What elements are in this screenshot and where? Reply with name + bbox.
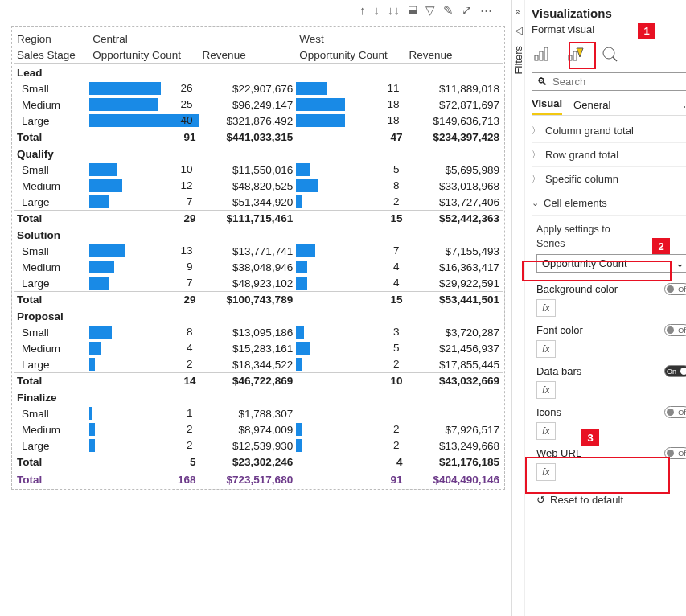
measure-revenue-c[interactable]: Revenue (199, 47, 297, 64)
filters-icon[interactable]: ◁ (515, 24, 523, 36)
drill-down-icon[interactable]: ↓ (374, 3, 380, 18)
data-bar-cell[interactable]: 4 (296, 275, 405, 292)
focus-icon[interactable]: ✎ (443, 3, 454, 18)
cell[interactable]: $23,302,246 (199, 454, 297, 470)
cell[interactable]: 15 (296, 292, 405, 308)
collapse-icon[interactable]: « (513, 10, 524, 15)
cell[interactable]: Small (14, 324, 89, 340)
cell[interactable]: $43,032,669 (405, 373, 503, 389)
data-bar-cell[interactable]: 3 (296, 324, 405, 340)
cell[interactable]: $13,095,186 (199, 324, 297, 340)
data-bar-cell[interactable]: 2 (89, 421, 199, 437)
cell[interactable]: 15 (296, 211, 405, 227)
measure-oppcount-c[interactable]: Opportunity Count (89, 47, 199, 64)
data-bar-cell[interactable]: 9 (89, 259, 199, 275)
cell[interactable]: Total (14, 454, 89, 470)
data-bar-cell[interactable]: 5 (296, 340, 405, 356)
cell[interactable]: 4 (296, 454, 405, 470)
data-bar-cell[interactable]: 18 (296, 97, 405, 113)
data-bar-cell[interactable]: 2 (89, 356, 199, 373)
cell[interactable]: $13,771,741 (199, 243, 297, 259)
cell[interactable]: 47 (296, 129, 405, 146)
cell[interactable]: $5,695,989 (405, 162, 503, 178)
data-bar-cell[interactable]: 7 (89, 194, 199, 211)
cell[interactable]: Large (14, 275, 89, 292)
data-bar-cell[interactable]: 8 (296, 178, 405, 194)
data-bar-cell[interactable]: 4 (89, 340, 199, 356)
cell[interactable]: $53,441,501 (405, 292, 503, 308)
cell[interactable]: Large (14, 356, 89, 373)
toggle-switch[interactable]: On (664, 365, 686, 377)
stage-header[interactable]: Lead (14, 64, 503, 81)
tabs-more-icon[interactable]: ⋯ (683, 101, 686, 113)
cell[interactable]: $111,715,461 (199, 211, 297, 227)
fx-button[interactable]: fx (536, 381, 556, 399)
cell[interactable]: $7,926,517 (405, 421, 503, 437)
fx-button[interactable]: fx (536, 299, 556, 317)
fx-button[interactable]: fx (536, 340, 556, 358)
cell[interactable]: Medium (14, 421, 89, 437)
stage-header[interactable]: Finalize (14, 388, 503, 405)
acc-cell-elements[interactable]: ⌄Cell elements (532, 191, 686, 216)
measure-oppcount-w[interactable]: Opportunity Count (296, 47, 405, 64)
data-bar-cell[interactable]: 2 (89, 437, 199, 454)
cell[interactable]: $46,722,869 (199, 373, 297, 389)
cell[interactable]: $33,018,968 (405, 178, 503, 194)
data-bar-cell[interactable]: 12 (89, 178, 199, 194)
fx-button[interactable]: fx (536, 422, 556, 440)
data-bar-cell[interactable]: 2 (296, 437, 405, 454)
cell[interactable]: $7,155,493 (405, 243, 503, 259)
data-bar-cell[interactable]: 25 (89, 97, 199, 113)
cell[interactable]: $13,727,406 (405, 194, 503, 211)
expand-all-icon[interactable]: ↓↓ (388, 3, 400, 18)
cell[interactable]: $149,636,713 (405, 113, 503, 129)
cell[interactable]: Large (14, 194, 89, 211)
data-bar-cell[interactable]: 26 (89, 80, 199, 97)
data-bar-cell[interactable]: 13 (89, 243, 199, 259)
cell[interactable]: $234,397,428 (405, 129, 503, 146)
measure-revenue-w[interactable]: Revenue (405, 47, 503, 64)
stage-header[interactable]: Proposal (14, 307, 503, 324)
cell[interactable]: 5 (89, 454, 199, 470)
cell[interactable]: Total (14, 373, 89, 389)
data-bar-cell[interactable]: 40 (89, 113, 199, 129)
toggle-switch[interactable]: Off (664, 406, 686, 418)
cell[interactable]: Small (14, 243, 89, 259)
tab-general[interactable]: General (573, 99, 610, 114)
cell[interactable]: Medium (14, 97, 89, 113)
cell[interactable]: $72,871,697 (405, 97, 503, 113)
data-bar-cell[interactable]: 10 (89, 162, 199, 178)
cell[interactable]: $100,743,789 (199, 292, 297, 308)
data-bar-cell[interactable]: 18 (296, 113, 405, 129)
cell[interactable]: Large (14, 437, 89, 454)
acc-specific-column[interactable]: 〉Specific column (532, 167, 686, 191)
cell[interactable]: $1,788,307 (199, 405, 297, 421)
data-bar-cell[interactable]: 2 (296, 356, 405, 373)
cell[interactable]: $441,033,315 (199, 129, 297, 146)
col-header-west[interactable]: West (296, 31, 503, 47)
cell[interactable]: 168 (89, 470, 199, 488)
cell[interactable]: $15,283,161 (199, 340, 297, 356)
cell[interactable]: 91 (89, 129, 199, 146)
hierarchy-icon[interactable]: ⬓ (408, 3, 417, 18)
cell[interactable]: $8,974,009 (199, 421, 297, 437)
data-bar-cell[interactable]: 5 (296, 162, 405, 178)
search-box[interactable]: 🔍︎ (532, 72, 686, 91)
cell[interactable]: $96,249,147 (199, 97, 297, 113)
toggle-switch[interactable]: Off (664, 324, 686, 336)
cell[interactable]: Large (14, 113, 89, 129)
cell[interactable]: Small (14, 162, 89, 178)
cell[interactable]: 91 (296, 470, 405, 488)
cell[interactable]: $22,907,676 (199, 80, 297, 97)
cell[interactable]: $21,176,185 (405, 454, 503, 470)
cell[interactable]: Small (14, 80, 89, 97)
cell[interactable]: $321,876,492 (199, 113, 297, 129)
cell[interactable]: $12,539,930 (199, 437, 297, 454)
filters-label[interactable]: Filters (512, 46, 524, 74)
cell[interactable]: $723,517,680 (199, 470, 297, 488)
cell[interactable] (405, 405, 503, 421)
cell[interactable]: Total (14, 129, 89, 146)
cell[interactable]: $11,550,016 (199, 162, 297, 178)
more-icon[interactable]: ⋯ (480, 3, 492, 18)
cell[interactable]: 14 (89, 373, 199, 389)
